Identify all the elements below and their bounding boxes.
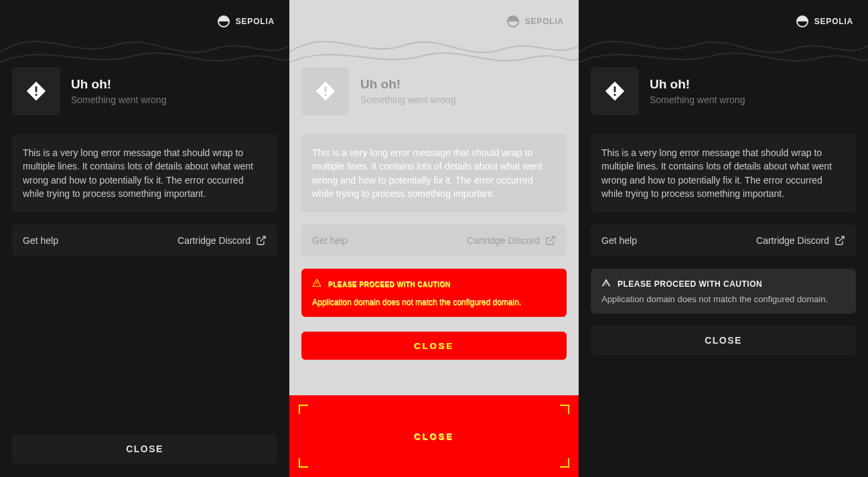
error-subtitle: Something went wrong — [650, 94, 745, 105]
diff-removed-close-label: CLOSE — [414, 431, 454, 441]
discord-link[interactable]: Cartridge Discord — [756, 235, 845, 246]
warning-description: Application domain does not match the co… — [601, 294, 845, 304]
help-label: Get help — [312, 235, 348, 246]
network-badge: SEPOLIA — [796, 15, 853, 28]
error-title: Uh oh! — [71, 77, 166, 92]
error-subtitle: Something went wrong — [71, 94, 166, 105]
error-panel-right: SEPOLIA Uh oh! Something went wrong This… — [579, 0, 868, 477]
error-title: Uh oh! — [650, 77, 745, 92]
close-button-diff-label: CLOSE — [414, 341, 454, 351]
error-panel-left: SEPOLIA Uh oh! Something went wrong This… — [0, 0, 289, 477]
warning-title: PLEASE PROCEED WITH CAUTION — [328, 281, 450, 288]
diff-removed-region: CLOSE — [289, 395, 579, 477]
header: Uh oh! Something went wrong — [12, 67, 277, 115]
warning-box-diff: PLEASE PROCEED WITH CAUTION Application … — [301, 269, 567, 317]
error-title: Uh oh! — [360, 77, 455, 92]
help-box: Get help Cartridge Discord — [12, 224, 277, 257]
external-link-icon — [545, 235, 556, 246]
error-message-box: This is a very long error message that s… — [591, 134, 856, 212]
error-subtitle: Something went wrong — [360, 94, 455, 105]
warning-box: PLEASE PROCEED WITH CAUTION Application … — [591, 269, 856, 314]
warning-description: Application domain does not match the co… — [312, 297, 521, 307]
network-name: SEPOLIA — [236, 17, 275, 26]
network-name: SEPOLIA — [525, 17, 564, 26]
discord-link-text: Cartridge Discord — [177, 235, 250, 246]
header: Uh oh! Something went wrong — [301, 67, 567, 115]
network-icon — [506, 15, 520, 28]
error-message-text: This is a very long error message that s… — [23, 146, 267, 200]
help-box: Get help Cartridge Discord — [301, 224, 567, 257]
error-message-box: This is a very long error message that s… — [301, 134, 567, 212]
discord-link[interactable]: Cartridge Discord — [177, 235, 267, 246]
error-icon — [12, 67, 60, 115]
network-badge: SEPOLIA — [506, 15, 564, 28]
network-name: SEPOLIA — [814, 17, 853, 26]
close-button[interactable]: CLOSE — [591, 326, 856, 355]
discord-link-text: Cartridge Discord — [467, 235, 540, 246]
discord-link-text: Cartridge Discord — [756, 235, 829, 246]
network-icon — [796, 15, 809, 28]
error-icon — [591, 67, 639, 115]
help-label: Get help — [601, 235, 637, 246]
close-button[interactable]: CLOSE — [12, 434, 277, 464]
error-panel-mid: SEPOLIA Uh oh! Something went wrong This… — [289, 0, 579, 477]
warning-icon — [601, 278, 611, 290]
header: Uh oh! Something went wrong — [591, 67, 856, 115]
external-link-icon — [835, 235, 845, 246]
help-box: Get help Cartridge Discord — [591, 224, 856, 257]
error-icon — [301, 67, 350, 115]
discord-link[interactable]: Cartridge Discord — [467, 235, 556, 246]
external-link-icon — [256, 235, 267, 246]
warning-icon — [312, 278, 321, 290]
warning-title: PLEASE PROCEED WITH CAUTION — [618, 279, 762, 289]
network-icon — [217, 15, 230, 28]
help-label: Get help — [23, 235, 58, 246]
error-message-text: This is a very long error message that s… — [312, 146, 556, 200]
network-badge: SEPOLIA — [217, 15, 275, 28]
close-button-diff[interactable]: CLOSE — [301, 332, 567, 360]
error-message-box: This is a very long error message that s… — [12, 134, 277, 212]
error-message-text: This is a very long error message that s… — [601, 146, 845, 200]
